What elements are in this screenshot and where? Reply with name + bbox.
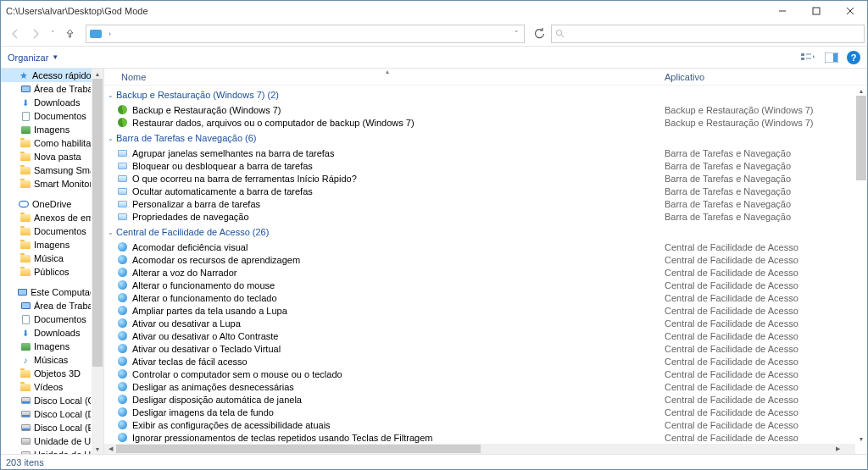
list-item[interactable]: O que ocorreu na barra de ferramentas In… xyxy=(104,172,855,185)
main-scrollbar-vertical[interactable]: ▲ ▼ xyxy=(855,86,867,454)
sidebar-item[interactable]: Disco Local (C:) xyxy=(1,394,92,407)
sidebar-item[interactable]: Samsung Smart xyxy=(1,163,92,177)
sidebar-quick-access[interactable]: ★Acesso rápido xyxy=(1,69,92,82)
sidebar-this-pc[interactable]: Este Computador xyxy=(1,285,92,299)
list-item[interactable]: Desligar imagens da tela de fundoCentral… xyxy=(104,406,855,418)
sidebar-item[interactable]: Objetos 3D xyxy=(1,367,92,380)
list-item[interactable]: Desligar disposição automática de janela… xyxy=(104,393,855,406)
group-header[interactable]: ⌄Central de Facilidade de Acesso (26) xyxy=(104,224,855,241)
sidebar-item[interactable]: Unidade de USB (F xyxy=(1,448,92,454)
list-item[interactable]: Ignorar pressionamentos de teclas repeti… xyxy=(104,431,855,444)
sidebar-item[interactable]: Públicos xyxy=(1,265,92,279)
sidebar-item[interactable]: Como habilitar o xyxy=(1,136,92,150)
list-item[interactable]: Backup e Restauração (Windows 7)Backup e… xyxy=(104,103,855,116)
group-header[interactable]: ⌄Backup e Restauração (Windows 7) (2) xyxy=(104,86,855,103)
recent-locations-button[interactable]: ˅ xyxy=(47,30,58,38)
organize-menu[interactable]: Organizar ▼ xyxy=(8,53,58,63)
pc-icon xyxy=(16,286,28,298)
app-icon xyxy=(116,160,128,172)
main-hscroll-thumb[interactable] xyxy=(116,445,481,453)
help-button[interactable]: ? xyxy=(847,51,860,64)
scroll-right-icon[interactable]: ▶ xyxy=(832,444,843,454)
sidebar-item[interactable]: Nova pasta xyxy=(1,150,92,163)
app-icon xyxy=(116,279,128,291)
item-app: Central de Facilidade de Acesso xyxy=(665,293,855,303)
address-dropdown[interactable]: ˅ xyxy=(509,30,524,38)
list-item[interactable]: Agrupar janelas semelhantes na barra de … xyxy=(104,147,855,159)
sidebar-item[interactable]: Disco Local (E:) xyxy=(1,421,92,434)
sidebar-item[interactable]: Documentos xyxy=(1,109,92,123)
sidebar-item[interactable]: Área de Trabalho xyxy=(1,299,92,312)
list-item[interactable]: Bloquear ou desbloquear a barra de taref… xyxy=(104,159,855,172)
sidebar-item[interactable]: ⬇Downloads xyxy=(1,326,92,340)
search-box[interactable] xyxy=(551,25,865,43)
list-item[interactable]: Personalizar a barra de tarefasBarra de … xyxy=(104,197,855,210)
list-item[interactable]: Restaurar dados, arquivos ou o computado… xyxy=(104,116,855,129)
sidebar-item[interactable]: Smart Monitor xyxy=(1,177,92,191)
scroll-up-icon[interactable]: ▲ xyxy=(855,86,867,96)
item-name: Agrupar janelas semelhantes na barra de … xyxy=(132,148,334,158)
group-header[interactable]: ⌄Barra de Tarefas e Navegação (6) xyxy=(104,130,855,147)
item-name: Restaurar dados, arquivos ou o computado… xyxy=(132,118,415,128)
back-button[interactable] xyxy=(7,25,24,42)
maximize-button[interactable] xyxy=(799,1,833,21)
view-options-button[interactable] xyxy=(799,50,816,65)
drive-icon: ⬇ xyxy=(19,327,31,339)
list-item[interactable]: Ativar teclas de fácil acessoCentral de … xyxy=(104,355,855,368)
preview-pane-button[interactable] xyxy=(823,50,840,65)
list-item[interactable]: Ocultar automaticamente a barra de taref… xyxy=(104,185,855,197)
list-item[interactable]: Acomodar deficiência visualCentral de Fa… xyxy=(104,241,855,253)
scroll-down-icon[interactable]: ▼ xyxy=(855,434,867,444)
list-item[interactable]: Alterar o funcionamento do mouseCentral … xyxy=(104,279,855,291)
sidebar-item[interactable]: Imagens xyxy=(1,238,92,252)
scroll-left-icon[interactable]: ◀ xyxy=(104,444,116,454)
sidebar-item[interactable]: Imagens xyxy=(1,123,92,136)
sidebar-item[interactable]: Unidade de USB xyxy=(1,434,92,448)
column-name[interactable]: Nome ▲ xyxy=(104,72,665,82)
folder-icon xyxy=(19,239,31,251)
scroll-down-icon[interactable]: ▼ xyxy=(92,444,103,454)
sidebar-scroll-thumb[interactable] xyxy=(92,79,103,367)
sidebar-onedrive[interactable]: OneDrive xyxy=(1,197,92,211)
chevron-right-icon[interactable]: › xyxy=(105,30,114,38)
sidebar-scrollbar[interactable]: ▲ ▼ xyxy=(92,69,103,454)
folder-icon xyxy=(19,252,31,264)
address-bar[interactable]: › ˅ xyxy=(86,25,525,43)
up-button[interactable] xyxy=(61,25,78,42)
refresh-button[interactable] xyxy=(529,25,549,43)
sidebar-item[interactable]: Documentos xyxy=(1,224,92,238)
sidebar-item[interactable]: Documentos xyxy=(1,312,92,326)
minimize-button[interactable] xyxy=(765,1,799,21)
column-app[interactable]: Aplicativo xyxy=(665,72,855,82)
main-scrollbar-horizontal[interactable]: ◀ ▶ xyxy=(104,444,855,454)
sidebar-item[interactable]: ♪Músicas xyxy=(1,353,92,367)
main-pane: Nome ▲ Aplicativo ⌄Backup e Restauração … xyxy=(104,69,867,454)
list-item[interactable]: Propriedades de navegaçãoBarra de Tarefa… xyxy=(104,210,855,223)
close-button[interactable] xyxy=(833,1,867,21)
sidebar-item[interactable]: Disco Local (D:) xyxy=(1,407,92,421)
list-item[interactable]: Alterar o funcionamento do tecladoCentra… xyxy=(104,291,855,304)
list-item[interactable]: Ampliar partes da tela usando a LupaCent… xyxy=(104,304,855,317)
sidebar-item[interactable]: Imagens xyxy=(1,340,92,353)
main-scroll-thumb[interactable] xyxy=(856,96,866,180)
app-icon xyxy=(116,147,128,159)
folder-icon xyxy=(19,124,31,135)
navbar: ˅ › ˅ xyxy=(1,21,867,47)
list-item[interactable]: Alterar a voz do NarradorCentral de Faci… xyxy=(104,266,855,279)
list-item[interactable]: Acomodar os recursos de aprendizagemCent… xyxy=(104,253,855,266)
sidebar-item[interactable]: Anexos de email xyxy=(1,211,92,224)
navigation-pane: ★Acesso rápidoÁrea de Traba...⬇Downloads… xyxy=(1,69,104,454)
scroll-up-icon[interactable]: ▲ xyxy=(92,69,103,79)
list-item[interactable]: Controlar o computador sem o mouse ou o … xyxy=(104,368,855,380)
list-item[interactable]: Desligar as animações desnecessáriasCent… xyxy=(104,380,855,393)
app-icon xyxy=(116,292,128,304)
sidebar-item[interactable]: Área de Traba... xyxy=(1,82,92,96)
sidebar-item[interactable]: Música xyxy=(1,252,92,265)
forward-button[interactable] xyxy=(27,25,44,42)
list-item[interactable]: Ativar ou desativar o Teclado VirtualCen… xyxy=(104,342,855,355)
sidebar-item[interactable]: Vídeos xyxy=(1,380,92,394)
list-item[interactable]: Exibir as configurações de acessibilidad… xyxy=(104,418,855,431)
list-item[interactable]: Ativar ou desativar a LupaCentral de Fac… xyxy=(104,317,855,329)
list-item[interactable]: Ativar ou desativar o Alto ContrasteCent… xyxy=(104,329,855,342)
sidebar-item[interactable]: ⬇Downloads xyxy=(1,96,92,109)
